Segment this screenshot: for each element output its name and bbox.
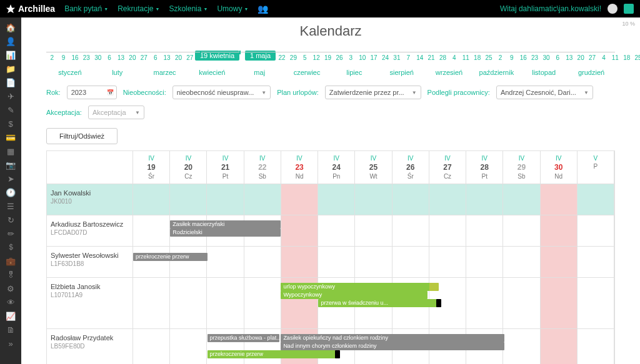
absence-bar[interactable] (436, 299, 441, 307)
logo[interactable]: Archillea (6, 4, 55, 14)
user-icon[interactable] (608, 4, 618, 14)
absence-bar[interactable] (335, 350, 340, 358)
side-eye-icon[interactable]: 👁 (0, 295, 21, 309)
side-plane-icon[interactable]: ✈ (0, 89, 21, 103)
nav-szkolenia[interactable]: Szkolenia (169, 4, 208, 14)
timeline-day[interactable]: 20 (172, 54, 184, 61)
timeline-day[interactable]: 31 (391, 54, 402, 61)
nav-rekrutacje[interactable]: Rekrutacje (118, 4, 159, 14)
timeline-day[interactable]: 9 (506, 54, 518, 61)
timeline-month[interactable]: listopad (520, 69, 568, 76)
timeline-day[interactable]: 27 (586, 54, 598, 61)
timeline-day[interactable]: 27 (184, 54, 196, 61)
acceptance-dropdown[interactable]: Akceptacja▼ (88, 106, 144, 119)
timeline-day[interactable]: 14 (414, 54, 426, 61)
timeline-day[interactable]: 13 (161, 54, 172, 61)
side-expand-icon[interactable]: » (0, 337, 21, 350)
side-brief-icon[interactable]: 💼 (0, 254, 21, 268)
timeline-day[interactable]: 18 (621, 54, 632, 61)
timeline-day[interactable]: 28 (437, 54, 448, 61)
timeline-day[interactable]: 13 (564, 54, 575, 61)
side-money-icon[interactable]: $ (0, 117, 21, 130)
timeline-day[interactable]: 26 (334, 54, 345, 61)
side-card-icon[interactable]: 💳 (0, 130, 21, 144)
timeline-day[interactable]: 20 (575, 54, 586, 61)
side-list-icon[interactable]: ☰ (0, 199, 21, 213)
absence-bar[interactable]: przekroczenie przerw (208, 350, 338, 358)
side-edit-icon[interactable]: ✎ (0, 103, 21, 117)
employee-row[interactable]: Arkadiusz BartoszewiczLFCDAD07DZasiłek m… (47, 215, 614, 246)
absence-bar[interactable]: przekroczenie przerw (133, 253, 208, 261)
timeline-day[interactable]: 23 (81, 54, 92, 61)
timeline-day[interactable]: 13 (115, 54, 126, 61)
absence-bar[interactable]: urlop wypoczynkowy (281, 283, 430, 291)
filter-button[interactable]: Filtruj/Odśwież (46, 128, 118, 144)
calendar-icon[interactable] (624, 4, 634, 14)
timeline-day[interactable]: 5 (299, 54, 311, 61)
timeline-day[interactable]: 11 (609, 54, 621, 61)
absence-bar[interactable]: Zasiłek opiekuńczy nad członkiem rodziny (281, 334, 504, 342)
absence-bar[interactable]: Zasiłek macierzyński (170, 220, 281, 229)
timeline-day[interactable]: 12 (311, 54, 322, 61)
timeline-month[interactable]: wrzesień (426, 69, 473, 76)
timeline-day[interactable]: 2 (494, 54, 506, 61)
absence-dropdown[interactable]: nieobecność nieuspraw...▼ (172, 86, 271, 99)
timeline-month[interactable]: sierpień (378, 69, 426, 76)
timeline-day[interactable]: 18 (471, 54, 482, 61)
absence-bar[interactable]: przerwa w świadczeniu u... (318, 299, 439, 307)
timeline-month[interactable]: styczeń (46, 69, 94, 76)
timeline-month[interactable]: grudzień (568, 69, 615, 76)
timeline-day[interactable]: 19 (322, 54, 333, 61)
side-tree-icon[interactable]: ⚙ (0, 282, 21, 295)
timeline-day[interactable]: 6 (552, 54, 563, 61)
side-chart-icon[interactable]: 📊 (0, 48, 21, 62)
timeline-month[interactable]: marzec (141, 69, 189, 76)
employees-dropdown[interactable]: Andrzej Czesnoić, Dari...▼ (496, 86, 593, 99)
timeline-day[interactable]: 24 (379, 54, 391, 61)
absence-bar[interactable]: Wypoczynkowy (281, 291, 428, 299)
timeline-day[interactable]: 16 (518, 54, 529, 61)
timeline-day[interactable]: 29 (288, 54, 299, 61)
timeline-day[interactable]: 2 (46, 54, 58, 61)
timeline-day[interactable]: 11 (460, 54, 471, 61)
side-pen-icon[interactable]: ✏ (0, 227, 21, 240)
timeline-month[interactable]: maj (236, 69, 283, 76)
timeline-month[interactable]: październik (472, 69, 520, 76)
absence-bar[interactable]: przepustka służbowa - plat... (208, 334, 280, 342)
side-grid-icon[interactable]: ▦ (0, 144, 21, 158)
side-clock-icon[interactable]: 🕐 (0, 185, 21, 199)
side-badge-icon[interactable]: 🎖 (0, 268, 21, 282)
timeline-day[interactable]: 23 (529, 54, 540, 61)
employee-row[interactable]: Jan KowalskiJK0010 (47, 184, 614, 215)
timeline-month[interactable]: kwiecień (188, 69, 236, 76)
side-doc-icon[interactable]: 📄 (0, 76, 21, 89)
side-refresh-icon[interactable]: ↻ (0, 213, 21, 227)
side-cam-icon[interactable]: 📷 (0, 158, 21, 172)
timeline-month[interactable]: luty (94, 69, 141, 76)
timeline-day[interactable]: 4 (449, 54, 460, 61)
year-input[interactable]: 2023 (67, 86, 117, 99)
employee-row[interactable]: Radosław PrzydatekLB59FE80Dprzepustka sł… (47, 328, 614, 364)
timeline-day[interactable]: 7 (402, 54, 414, 61)
nav-umowy[interactable]: Umowy (217, 4, 248, 14)
employee-row[interactable]: Sylwester WesołowskiL1F63D1B8przekroczen… (47, 246, 614, 277)
timeline-day[interactable]: 17 (368, 54, 379, 61)
timeline-day[interactable]: 21 (426, 54, 437, 61)
timeline-day[interactable]: 30 (92, 54, 104, 61)
timeline-day[interactable]: 4 (598, 54, 609, 61)
absence-bar[interactable]: Rodzicielski (170, 229, 281, 237)
timeline-day[interactable]: 16 (69, 54, 81, 61)
timeline-day[interactable]: 30 (541, 54, 552, 61)
side-send-icon[interactable]: ➤ (0, 172, 21, 185)
absence-bar[interactable]: Nad innym chorym członkiem rodziny (281, 342, 504, 350)
timeline-day[interactable]: 25 (632, 54, 640, 61)
timeline-day[interactable]: 22 (276, 54, 288, 61)
timeline-day[interactable]: 6 (104, 54, 115, 61)
employee-row[interactable]: Elżbieta JanosikL107011A9urlop wypoczynk… (47, 277, 614, 328)
side-graph-icon[interactable]: 📈 (0, 309, 21, 323)
side-user-icon[interactable]: 👤 (0, 34, 21, 48)
timeline-day[interactable]: 25 (483, 54, 494, 61)
side-dollar-icon[interactable]: ＄ (0, 240, 21, 254)
timeline-day[interactable]: 9 (58, 54, 69, 61)
side-home-icon[interactable]: 🏠 (0, 21, 21, 34)
